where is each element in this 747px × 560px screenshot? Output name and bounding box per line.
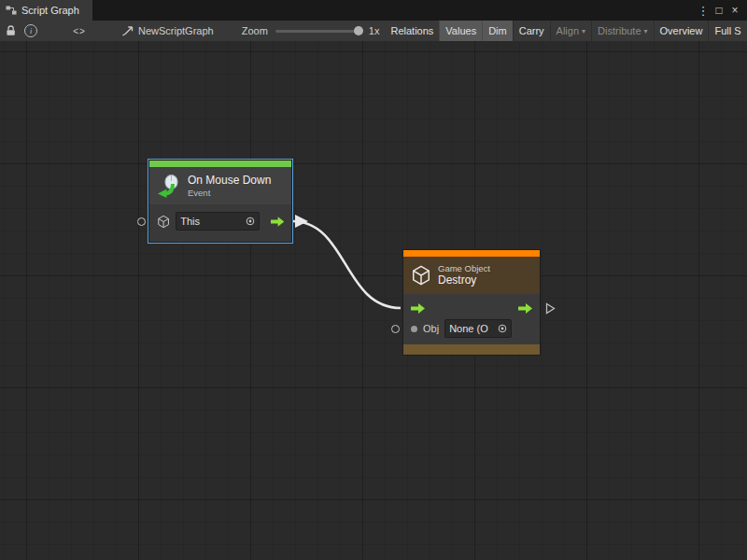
tab-bar: Script Graph ⋮ □ × — [0, 0, 747, 21]
tab-title: Script Graph — [21, 5, 79, 16]
target-field[interactable]: This — [176, 212, 260, 231]
dim-button[interactable]: Dim — [482, 21, 513, 41]
zoom-knob[interactable] — [354, 26, 363, 35]
carry-button[interactable]: Carry — [513, 21, 550, 41]
event-input-port[interactable] — [137, 217, 146, 226]
fullscreen-button[interactable]: Full S — [708, 21, 746, 41]
distribute-button[interactable]: Distribute ▾ — [591, 21, 653, 41]
graph-canvas[interactable]: On Mouse Down Event This — [0, 41, 747, 560]
relations-button[interactable]: Relations — [385, 21, 439, 41]
mouse-event-icon — [157, 174, 181, 198]
param-label: Obj — [423, 323, 439, 334]
code-view-icon[interactable]: <> — [69, 21, 90, 41]
unity-script-graph-window: { "window": { "tab": { "title": "Script … — [0, 0, 747, 560]
chevron-down-icon: ▾ — [644, 28, 648, 35]
graph-breadcrumb[interactable]: NewScriptGraph — [121, 25, 214, 36]
overview-button[interactable]: Overview — [654, 21, 709, 41]
flow-input-arrow[interactable] — [411, 303, 425, 314]
node-subtitle: Event — [188, 188, 271, 199]
zoom-value: 1x — [369, 25, 380, 36]
script-graph-icon — [6, 5, 17, 16]
flow-output-arrow[interactable] — [518, 303, 532, 314]
node-title: Destroy — [438, 273, 490, 287]
connection-wire[interactable] — [0, 41, 747, 560]
node-header[interactable]: Game Object Destroy — [403, 257, 540, 294]
chevron-down-icon: ▾ — [582, 28, 585, 35]
window-controls: ⋮ □ × — [696, 0, 747, 21]
node-category: Game Object — [438, 263, 490, 274]
menu-icon[interactable]: ⋮ — [696, 2, 711, 19]
toolbar-buttons: Relations Values Dim Carry Align ▾ Distr… — [385, 21, 746, 41]
lock-icon[interactable] — [0, 21, 21, 41]
tab-script-graph[interactable]: Script Graph — [0, 0, 92, 21]
obj-field[interactable]: None (O — [444, 319, 512, 338]
node-footer-strip — [403, 344, 540, 355]
zoom-control: Zoom 1x — [242, 25, 380, 36]
graph-asset-icon — [121, 26, 134, 36]
object-picker-icon[interactable] — [246, 217, 255, 226]
node-header[interactable]: On Mouse Down Event — [149, 167, 291, 204]
gameobject-cube-icon — [411, 265, 431, 286]
flow-continue-port[interactable] — [545, 302, 556, 315]
node-accent-strip — [149, 161, 291, 167]
destroy-node[interactable]: Game Object Destroy Obj None (O — [403, 250, 540, 355]
obj-input-port[interactable] — [391, 325, 400, 333]
graph-toolbar: i <> NewScriptGraph Zoom 1x Relations Va… — [0, 21, 747, 42]
flow-output-arrow[interactable] — [271, 217, 284, 227]
maximize-icon[interactable]: □ — [712, 2, 726, 19]
gameobject-cube-icon — [157, 215, 170, 229]
values-button[interactable]: Values — [439, 21, 482, 41]
value-port-dot[interactable] — [411, 326, 417, 332]
node-body: Obj None (O — [403, 294, 540, 344]
event-node[interactable]: On Mouse Down Event This — [149, 161, 291, 242]
node-accent-strip — [403, 250, 540, 257]
zoom-label: Zoom — [242, 25, 268, 36]
info-icon[interactable]: i — [21, 21, 41, 41]
zoom-slider[interactable] — [275, 30, 361, 33]
align-button[interactable]: Align ▾ — [550, 21, 591, 41]
node-title: On Mouse Down — [188, 174, 271, 188]
graph-name: NewScriptGraph — [138, 25, 214, 36]
node-body: This — [149, 204, 291, 242]
close-icon[interactable]: × — [727, 2, 742, 19]
object-picker-icon[interactable] — [498, 324, 507, 333]
